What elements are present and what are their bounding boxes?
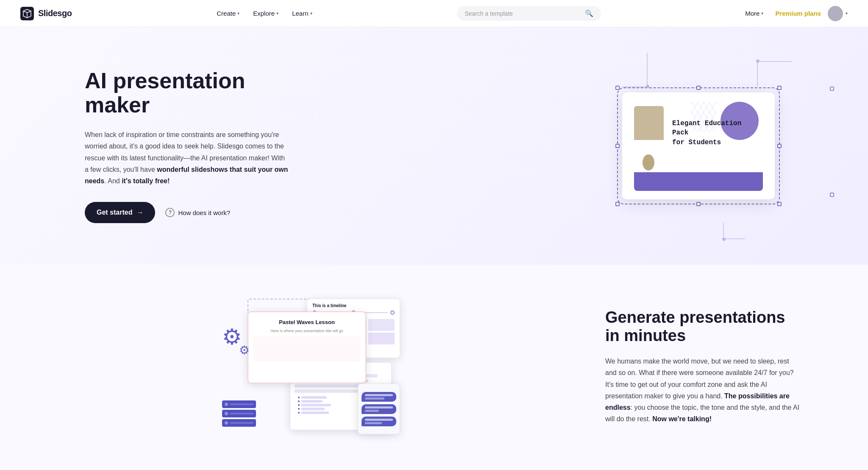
grid-cell: [368, 333, 395, 344]
gear-small-icon: ⚙: [239, 343, 254, 358]
chevron-down-icon: ▾: [846, 11, 848, 16]
chevron-down-icon: ▾: [761, 11, 763, 16]
search-bar[interactable]: Search a template 🔍: [457, 6, 601, 21]
list-item-text: [301, 400, 323, 403]
list-item-text: [301, 396, 327, 399]
nav-links: Create ▾ Explore ▾ Learn ▾: [211, 6, 318, 20]
selection-dot: [615, 202, 620, 206]
server-row: [222, 410, 256, 417]
grid-cell: [368, 319, 395, 331]
section2-content: Generate presentations in minutes We hum…: [605, 308, 800, 425]
list-item-text: [301, 404, 331, 406]
chat-bubble: [362, 404, 396, 414]
section2-title: Generate presentations in minutes: [605, 308, 800, 345]
get-started-button[interactable]: Get started →: [85, 202, 155, 223]
navbar: Slidesgo Create ▾ Explore ▾ Learn ▾ Sear…: [0, 0, 868, 27]
section2-description: We humans make the world move, but we ne…: [605, 355, 800, 425]
selection-dot: [615, 86, 620, 90]
section2-visual: ⚙ ⚙ Pastel Waves Lesson Here is where yo…: [51, 299, 571, 434]
slide-preview: Elegant Education Packfor Students: [622, 92, 775, 199]
chevron-down-icon: ▾: [237, 11, 239, 16]
selection-dot: [615, 144, 620, 148]
logo[interactable]: Slidesgo: [20, 7, 72, 20]
chevron-down-icon: ▾: [276, 11, 278, 16]
slide-mini-subtitle: Here is where your presentation title wi…: [248, 329, 365, 336]
hero-visual: Elegant Education Packfor Students: [580, 61, 817, 231]
extra-dot: [830, 193, 834, 197]
slide-deco-egg: [643, 154, 654, 171]
section2: ⚙ ⚙ Pastel Waves Lesson Here is where yo…: [0, 265, 868, 468]
slide-preview-wrapper: Elegant Education Packfor Students: [622, 92, 775, 199]
user-avatar-button[interactable]: ▾: [828, 6, 848, 21]
premium-plans-link[interactable]: Premium plans: [775, 10, 821, 17]
slide-preview-title-area: Elegant Education Packfor Students: [672, 119, 759, 147]
slide-chat-bubbles: [358, 383, 400, 434]
server-row: [222, 400, 256, 408]
server-stack-illustration: [222, 400, 256, 434]
server-row: [222, 419, 256, 427]
nav-explore[interactable]: Explore ▾: [247, 6, 284, 20]
chat-bubble: [362, 417, 396, 426]
slide-preview-title: Elegant Education Packfor Students: [672, 119, 759, 147]
slide-deco-bottom-bar: [634, 172, 763, 191]
text-line: [295, 389, 364, 393]
selection-dot: [777, 86, 782, 90]
slide-pastel-waves: Pastel Waves Lesson Here is where your p…: [248, 311, 366, 383]
hero-description: When lack of inspiration or time constra…: [85, 129, 288, 187]
list-dot: [298, 404, 300, 406]
chevron-down-icon: ▾: [310, 11, 312, 16]
list-dot: [298, 400, 300, 402]
hero-title: AI presentation maker: [85, 69, 288, 117]
timeline-dot: [390, 311, 395, 315]
hero-section: AI presentation maker When lack of inspi…: [0, 27, 868, 265]
list-dot: [298, 412, 300, 414]
selection-dot: [777, 144, 782, 148]
avatar: [828, 6, 843, 21]
logo-text: Slidesgo: [38, 8, 72, 18]
hero-content: AI presentation maker When lack of inspi…: [85, 69, 288, 223]
list-dot: [298, 397, 300, 398]
slide-content-placeholder: [253, 336, 360, 362]
slide-preview-content: Elegant Education Packfor Students: [634, 106, 763, 191]
question-icon: ?: [165, 208, 175, 217]
slides-stack: ⚙ ⚙ Pastel Waves Lesson Here is where yo…: [222, 299, 400, 434]
selection-dot: [777, 202, 782, 206]
list-item-text: [301, 411, 329, 414]
nav-right: More ▾ Premium plans ▾: [740, 6, 848, 21]
how-does-it-work-button[interactable]: ? How does it work?: [165, 208, 230, 217]
nav-learn[interactable]: Learn ▾: [286, 6, 318, 20]
search-icon: 🔍: [585, 9, 593, 17]
selection-dot: [696, 202, 701, 206]
logo-icon: [20, 7, 34, 20]
chat-bubble: [362, 392, 396, 402]
slide-mini-title: Pastel Waves Lesson: [248, 312, 365, 329]
hero-actions: Get started → ? How does it work?: [85, 202, 288, 223]
list-dot: [298, 408, 300, 410]
list-item-text: [301, 408, 325, 410]
selection-dot: [696, 86, 701, 90]
more-button[interactable]: More ▾: [740, 6, 768, 20]
slide-deco-tan-shape: [634, 106, 664, 140]
extra-dot: [830, 87, 834, 91]
nav-create[interactable]: Create ▾: [211, 6, 245, 20]
